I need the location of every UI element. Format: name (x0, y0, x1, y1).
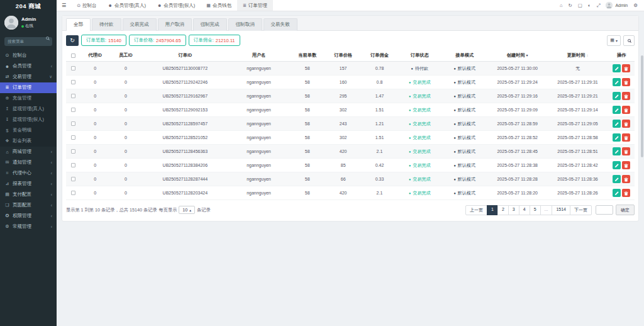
edit-button[interactable] (613, 92, 621, 100)
top-tab-orders[interactable]: ≣订单管理 (237, 0, 273, 11)
sidebar-item-general[interactable]: ⚙常规管理‹ (0, 222, 57, 232)
pagination-page-1[interactable]: 1 (487, 205, 498, 215)
search-toggle-button[interactable] (623, 35, 635, 46)
sidebar-item-funds[interactable]: $资金明细 (0, 125, 57, 136)
sidebar-item-permissions[interactable]: ✪权限管理‹ (0, 211, 57, 222)
theme-icon[interactable]: ◐ (588, 3, 591, 9)
col-created-at[interactable]: 创建时间▾ (488, 50, 547, 62)
cell-select (66, 186, 81, 200)
edit-button[interactable] (613, 133, 621, 142)
sidebar-item-withdraw-fake[interactable]: ↧提现管理(假人) (0, 115, 57, 125)
delete-button[interactable] (622, 64, 630, 72)
row-checkbox[interactable] (71, 149, 75, 154)
pagination-page-3[interactable]: 3 (508, 205, 519, 215)
row-checkbox[interactable] (71, 108, 75, 112)
edit-button[interactable] (613, 64, 621, 72)
row-checkbox[interactable] (71, 121, 75, 126)
row-checkbox[interactable] (71, 135, 75, 140)
top-tab-members-fake[interactable]: ☻会员管理(假人) (152, 0, 201, 11)
tab-pending-payment[interactable]: 待付款 (92, 18, 121, 31)
delete-button[interactable] (622, 161, 630, 169)
row-checkbox[interactable] (71, 80, 75, 84)
delete-button[interactable] (622, 175, 630, 183)
delete-button[interactable] (622, 189, 630, 197)
tab-trade-complete[interactable]: 交易完成 (123, 18, 157, 31)
column-label: 用户名 (252, 52, 266, 58)
pagination-page-1514[interactable]: 1514 (552, 205, 570, 215)
edit-button[interactable] (613, 147, 621, 155)
row-checkbox[interactable] (71, 94, 75, 98)
tab-all[interactable]: 全部 (66, 18, 91, 31)
tab-force-complete[interactable]: 强制完成 (193, 18, 227, 31)
sidebar-item-orders[interactable]: ≣订单管理 (0, 82, 57, 93)
top-tab-wallet[interactable]: ▦会员钱包 (201, 0, 237, 11)
page-size-select[interactable]: 10 ▴ (179, 206, 195, 214)
sidebar-item-reports[interactable]: ⊿报表管理‹ (0, 179, 57, 189)
sidebar-item-page-config[interactable]: ❏页面配置‹ (0, 200, 57, 211)
status-dot-icon: ● (409, 177, 411, 181)
tab-trade-fail[interactable]: 交易失败 (264, 18, 297, 31)
pagination-prev[interactable]: 上一页 (465, 205, 487, 215)
col-updated-at[interactable]: 更新时间↕ (547, 50, 609, 62)
edit-button[interactable] (613, 78, 621, 86)
row-checkbox[interactable] (71, 177, 75, 181)
sidebar-item-agency[interactable]: ⌗代理中心‹ (0, 168, 57, 179)
chevron-left-icon: ‹ (51, 64, 52, 69)
delete-button[interactable] (622, 106, 630, 114)
menu-search-input[interactable] (4, 37, 52, 46)
edit-button[interactable] (613, 120, 621, 128)
search-icon[interactable] (46, 37, 49, 40)
edit-button[interactable] (613, 106, 621, 114)
sidebar-item-members[interactable]: ☻会员管理‹ (0, 61, 57, 72)
sidebar-item-transactions[interactable]: ⇄交易管理∨ (0, 72, 57, 82)
tab-force-cancel[interactable]: 强制取消 (228, 18, 262, 31)
tab-user-cancel[interactable]: 用户取消 (158, 18, 192, 31)
top-tab-members-real[interactable]: ☻会员管理(真人) (103, 0, 152, 11)
row-checkbox[interactable] (71, 66, 75, 70)
home-icon[interactable]: ⌂ (560, 3, 563, 9)
delete-button[interactable] (622, 147, 630, 155)
online-dot-icon (21, 25, 24, 28)
refresh-button[interactable]: ↻ (66, 35, 79, 46)
sidebar-item-bonus[interactable]: ❖彩金列表 (0, 136, 57, 147)
sidebar-item-withdraw-real[interactable]: ↥提现管理(真人) (0, 104, 57, 115)
cell-order-status: ●待付款 (398, 62, 441, 76)
cell-updated-at: 2025-05-27 11:29:31 (547, 76, 609, 89)
pagination-page-2[interactable]: 2 (497, 205, 509, 215)
pagination-page-4[interactable]: 4 (519, 205, 530, 215)
columns-button[interactable]: ▦ ▾ (607, 35, 621, 46)
edit-button[interactable] (613, 175, 621, 183)
sidebar-item-label: 支付配置 (13, 191, 31, 198)
edit-button[interactable] (613, 189, 621, 197)
mode-badge: ●默认模式 (453, 65, 475, 72)
delete-button[interactable] (622, 120, 630, 128)
mode-badge: ●默认模式 (453, 93, 475, 99)
sidebar-item-mall[interactable]: ⌂商城管理‹ (0, 147, 57, 157)
refresh-icon[interactable]: ↻ (569, 3, 572, 9)
fullscreen-icon[interactable]: ⤢ (596, 3, 600, 9)
sidebar-toggle-icon[interactable]: ☰ (57, 3, 71, 8)
select-all-checkbox[interactable] (71, 53, 75, 58)
row-checkbox[interactable] (71, 163, 75, 167)
page-jump-input[interactable] (596, 205, 613, 215)
settings-icon[interactable]: ⚙ (633, 3, 638, 8)
clear-screen-icon[interactable]: ▢ (578, 3, 582, 9)
delete-button[interactable] (622, 133, 630, 142)
delete-button[interactable] (622, 78, 630, 86)
edit-button[interactable] (613, 161, 621, 169)
top-tab-console[interactable]: ⊙控制台 (71, 0, 102, 11)
pagination-next[interactable]: 下一页 (570, 205, 592, 215)
sidebar-item-payment[interactable]: ▤支付配置‹ (0, 189, 57, 200)
scrollbar[interactable] (641, 55, 643, 157)
sidebar-item-console[interactable]: ⊙控制台 (0, 50, 57, 61)
pagination-page-5[interactable]: 5 (530, 205, 541, 215)
delete-button[interactable] (622, 92, 630, 100)
mode-label: 默认模式 (458, 149, 475, 155)
topbar-user[interactable]: Admin (606, 2, 628, 9)
cell-updated-at: 2025-05-27 11:28:42 (547, 159, 609, 172)
sidebar-item-notify[interactable]: ✉通知管理‹ (0, 157, 57, 168)
stat-label: 订单笔数: (86, 37, 106, 43)
sidebar-item-recharge[interactable]: ⊕充值管理 (0, 93, 57, 104)
page-jump-confirm-button[interactable]: 确定 (616, 205, 635, 215)
row-checkbox[interactable] (71, 191, 75, 195)
